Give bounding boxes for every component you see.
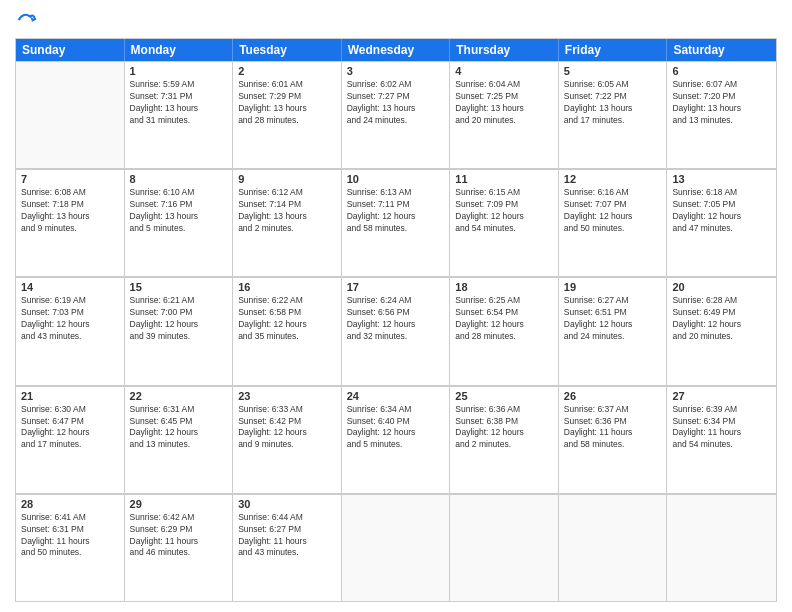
- header-day-sunday: Sunday: [16, 39, 125, 61]
- calendar-header: SundayMondayTuesdayWednesdayThursdayFrid…: [16, 39, 776, 61]
- cell-info: Sunrise: 6:21 AMSunset: 7:00 PMDaylight:…: [130, 295, 228, 343]
- cell-info: Sunrise: 6:30 AMSunset: 6:47 PMDaylight:…: [21, 404, 119, 452]
- cell-info: Sunrise: 6:04 AMSunset: 7:25 PMDaylight:…: [455, 79, 553, 127]
- header-day-tuesday: Tuesday: [233, 39, 342, 61]
- day-number: 1: [130, 65, 228, 77]
- calendar-row-5: 28Sunrise: 6:41 AMSunset: 6:31 PMDayligh…: [16, 494, 776, 601]
- calendar-cell: [450, 494, 559, 601]
- calendar-body: 1Sunrise: 5:59 AMSunset: 7:31 PMDaylight…: [16, 61, 776, 601]
- cell-info: Sunrise: 6:33 AMSunset: 6:42 PMDaylight:…: [238, 404, 336, 452]
- calendar-row-3: 14Sunrise: 6:19 AMSunset: 7:03 PMDayligh…: [16, 277, 776, 385]
- cell-info: Sunrise: 6:12 AMSunset: 7:14 PMDaylight:…: [238, 187, 336, 235]
- calendar-cell: 10Sunrise: 6:13 AMSunset: 7:11 PMDayligh…: [342, 169, 451, 276]
- day-number: 7: [21, 173, 119, 185]
- cell-info: Sunrise: 6:05 AMSunset: 7:22 PMDaylight:…: [564, 79, 662, 127]
- day-number: 15: [130, 281, 228, 293]
- calendar-cell: 3Sunrise: 6:02 AMSunset: 7:27 PMDaylight…: [342, 61, 451, 168]
- cell-info: Sunrise: 5:59 AMSunset: 7:31 PMDaylight:…: [130, 79, 228, 127]
- logo-icon: [17, 10, 37, 30]
- calendar-cell: 26Sunrise: 6:37 AMSunset: 6:36 PMDayligh…: [559, 386, 668, 493]
- cell-info: Sunrise: 6:41 AMSunset: 6:31 PMDaylight:…: [21, 512, 119, 560]
- day-number: 27: [672, 390, 771, 402]
- cell-info: Sunrise: 6:27 AMSunset: 6:51 PMDaylight:…: [564, 295, 662, 343]
- page-header: [15, 10, 777, 30]
- calendar-cell: 12Sunrise: 6:16 AMSunset: 7:07 PMDayligh…: [559, 169, 668, 276]
- cell-info: Sunrise: 6:01 AMSunset: 7:29 PMDaylight:…: [238, 79, 336, 127]
- cell-info: Sunrise: 6:44 AMSunset: 6:27 PMDaylight:…: [238, 512, 336, 560]
- cell-info: Sunrise: 6:28 AMSunset: 6:49 PMDaylight:…: [672, 295, 771, 343]
- day-number: 9: [238, 173, 336, 185]
- calendar-row-2: 7Sunrise: 6:08 AMSunset: 7:18 PMDaylight…: [16, 169, 776, 277]
- calendar-cell: [16, 61, 125, 168]
- calendar-cell: 7Sunrise: 6:08 AMSunset: 7:18 PMDaylight…: [16, 169, 125, 276]
- day-number: 18: [455, 281, 553, 293]
- cell-info: Sunrise: 6:15 AMSunset: 7:09 PMDaylight:…: [455, 187, 553, 235]
- calendar-cell: 16Sunrise: 6:22 AMSunset: 6:58 PMDayligh…: [233, 277, 342, 384]
- day-number: 2: [238, 65, 336, 77]
- day-number: 3: [347, 65, 445, 77]
- day-number: 30: [238, 498, 336, 510]
- day-number: 21: [21, 390, 119, 402]
- header-day-monday: Monday: [125, 39, 234, 61]
- calendar-cell: 4Sunrise: 6:04 AMSunset: 7:25 PMDaylight…: [450, 61, 559, 168]
- day-number: 24: [347, 390, 445, 402]
- calendar-cell: 5Sunrise: 6:05 AMSunset: 7:22 PMDaylight…: [559, 61, 668, 168]
- cell-info: Sunrise: 6:25 AMSunset: 6:54 PMDaylight:…: [455, 295, 553, 343]
- header-day-wednesday: Wednesday: [342, 39, 451, 61]
- calendar-cell: 17Sunrise: 6:24 AMSunset: 6:56 PMDayligh…: [342, 277, 451, 384]
- calendar-cell: [559, 494, 668, 601]
- cell-info: Sunrise: 6:24 AMSunset: 6:56 PMDaylight:…: [347, 295, 445, 343]
- calendar-cell: 20Sunrise: 6:28 AMSunset: 6:49 PMDayligh…: [667, 277, 776, 384]
- calendar-cell: [667, 494, 776, 601]
- day-number: 4: [455, 65, 553, 77]
- day-number: 20: [672, 281, 771, 293]
- calendar-row-4: 21Sunrise: 6:30 AMSunset: 6:47 PMDayligh…: [16, 386, 776, 494]
- day-number: 11: [455, 173, 553, 185]
- logo: [15, 10, 37, 30]
- day-number: 19: [564, 281, 662, 293]
- calendar: SundayMondayTuesdayWednesdayThursdayFrid…: [15, 38, 777, 602]
- day-number: 28: [21, 498, 119, 510]
- calendar-cell: 30Sunrise: 6:44 AMSunset: 6:27 PMDayligh…: [233, 494, 342, 601]
- day-number: 14: [21, 281, 119, 293]
- cell-info: Sunrise: 6:22 AMSunset: 6:58 PMDaylight:…: [238, 295, 336, 343]
- calendar-cell: 14Sunrise: 6:19 AMSunset: 7:03 PMDayligh…: [16, 277, 125, 384]
- cell-info: Sunrise: 6:13 AMSunset: 7:11 PMDaylight:…: [347, 187, 445, 235]
- calendar-cell: 19Sunrise: 6:27 AMSunset: 6:51 PMDayligh…: [559, 277, 668, 384]
- calendar-cell: 23Sunrise: 6:33 AMSunset: 6:42 PMDayligh…: [233, 386, 342, 493]
- calendar-cell: 13Sunrise: 6:18 AMSunset: 7:05 PMDayligh…: [667, 169, 776, 276]
- day-number: 12: [564, 173, 662, 185]
- header-day-friday: Friday: [559, 39, 668, 61]
- day-number: 5: [564, 65, 662, 77]
- calendar-cell: 28Sunrise: 6:41 AMSunset: 6:31 PMDayligh…: [16, 494, 125, 601]
- cell-info: Sunrise: 6:31 AMSunset: 6:45 PMDaylight:…: [130, 404, 228, 452]
- cell-info: Sunrise: 6:36 AMSunset: 6:38 PMDaylight:…: [455, 404, 553, 452]
- calendar-cell: 2Sunrise: 6:01 AMSunset: 7:29 PMDaylight…: [233, 61, 342, 168]
- calendar-cell: 1Sunrise: 5:59 AMSunset: 7:31 PMDaylight…: [125, 61, 234, 168]
- calendar-cell: 9Sunrise: 6:12 AMSunset: 7:14 PMDaylight…: [233, 169, 342, 276]
- calendar-cell: 6Sunrise: 6:07 AMSunset: 7:20 PMDaylight…: [667, 61, 776, 168]
- day-number: 25: [455, 390, 553, 402]
- cell-info: Sunrise: 6:37 AMSunset: 6:36 PMDaylight:…: [564, 404, 662, 452]
- calendar-cell: 15Sunrise: 6:21 AMSunset: 7:00 PMDayligh…: [125, 277, 234, 384]
- calendar-cell: 18Sunrise: 6:25 AMSunset: 6:54 PMDayligh…: [450, 277, 559, 384]
- day-number: 13: [672, 173, 771, 185]
- cell-info: Sunrise: 6:08 AMSunset: 7:18 PMDaylight:…: [21, 187, 119, 235]
- calendar-cell: 8Sunrise: 6:10 AMSunset: 7:16 PMDaylight…: [125, 169, 234, 276]
- calendar-cell: 21Sunrise: 6:30 AMSunset: 6:47 PMDayligh…: [16, 386, 125, 493]
- header-day-saturday: Saturday: [667, 39, 776, 61]
- calendar-cell: 22Sunrise: 6:31 AMSunset: 6:45 PMDayligh…: [125, 386, 234, 493]
- cell-info: Sunrise: 6:39 AMSunset: 6:34 PMDaylight:…: [672, 404, 771, 452]
- cell-info: Sunrise: 6:07 AMSunset: 7:20 PMDaylight:…: [672, 79, 771, 127]
- cell-info: Sunrise: 6:10 AMSunset: 7:16 PMDaylight:…: [130, 187, 228, 235]
- day-number: 16: [238, 281, 336, 293]
- calendar-cell: 29Sunrise: 6:42 AMSunset: 6:29 PMDayligh…: [125, 494, 234, 601]
- header-day-thursday: Thursday: [450, 39, 559, 61]
- day-number: 6: [672, 65, 771, 77]
- cell-info: Sunrise: 6:16 AMSunset: 7:07 PMDaylight:…: [564, 187, 662, 235]
- day-number: 22: [130, 390, 228, 402]
- calendar-cell: [342, 494, 451, 601]
- cell-info: Sunrise: 6:42 AMSunset: 6:29 PMDaylight:…: [130, 512, 228, 560]
- day-number: 29: [130, 498, 228, 510]
- cell-info: Sunrise: 6:19 AMSunset: 7:03 PMDaylight:…: [21, 295, 119, 343]
